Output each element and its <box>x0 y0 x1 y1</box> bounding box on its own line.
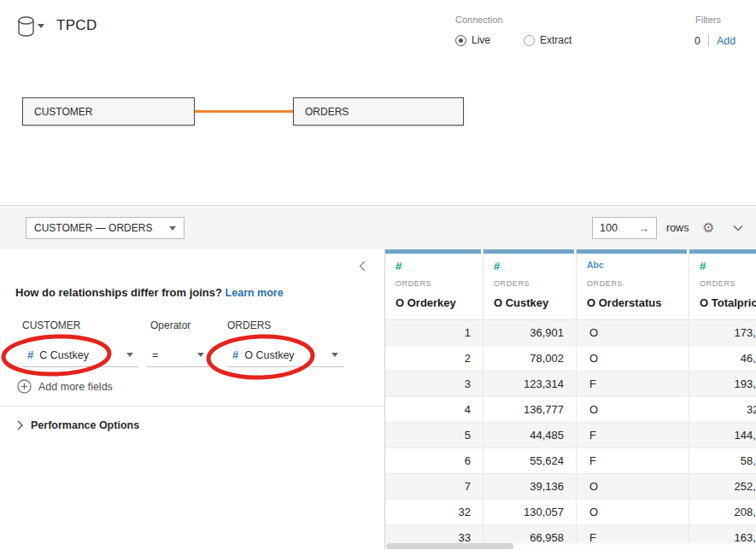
grid-body: 136,901O173,6278,002O46,93123,314F193,84… <box>385 320 756 550</box>
learn-more-link[interactable]: Learn more <box>226 287 284 299</box>
row-count-input[interactable] <box>600 222 634 234</box>
grid-cell: O <box>577 397 689 423</box>
column-field-name: O Totalprice <box>700 296 756 309</box>
performance-options-toggle[interactable]: Performance Options <box>17 419 139 431</box>
customer-table-label: CUSTOMER <box>34 106 92 118</box>
chevron-down-icon <box>126 353 133 357</box>
live-radio-icon[interactable] <box>455 35 466 46</box>
grid-cell: O <box>577 500 689 525</box>
column-header[interactable]: AbcORDERSO Orderstatus <box>577 249 689 320</box>
column-table-name: ORDERS <box>587 279 623 288</box>
add-more-fields-label: Add more fields <box>38 381 113 393</box>
help-question: How do relationships differ from joins? <box>15 286 222 299</box>
table-row: 4136,777O32, <box>385 397 756 423</box>
scrollbar-thumb[interactable] <box>386 543 513 549</box>
operator-dropdown[interactable]: = <box>147 343 209 367</box>
relationship-noodle[interactable] <box>195 110 293 113</box>
orders-table-label: ORDERS <box>305 106 349 118</box>
relationship-help-text: How do relationships differ from joins? … <box>15 286 284 299</box>
grid-cell: 193,8 <box>689 372 756 397</box>
number-type-icon: # <box>232 348 238 361</box>
string-type-icon: Abc <box>587 260 604 270</box>
number-type-icon: # <box>396 260 401 272</box>
filters-divider <box>708 34 709 47</box>
chevron-down-icon <box>169 226 176 231</box>
apply-rows-arrow-icon[interactable]: → <box>638 222 649 235</box>
data-preview-grid: #ORDERSO Orderkey#ORDERSO CustkeyAbcORDE… <box>385 249 756 550</box>
operator-column-label: Operator <box>150 319 190 331</box>
column-accent-bar <box>385 249 481 254</box>
chevron-down-icon <box>331 353 338 357</box>
canvas-table-customer[interactable]: CUSTOMER <box>22 97 195 126</box>
grid-cell: 32 <box>385 500 483 525</box>
column-header[interactable]: #ORDERSO Custkey <box>483 249 577 320</box>
number-type-icon: # <box>700 260 706 272</box>
number-type-icon: # <box>494 260 500 272</box>
grid-cell: F <box>577 448 689 474</box>
grid-cell: 123,314 <box>483 372 577 397</box>
preview-toolbar: CUSTOMER — ORDERS → rows ⚙ <box>0 206 756 249</box>
grid-cell: 36,901 <box>483 320 577 346</box>
grid-header: #ORDERSO Orderkey#ORDERSO CustkeyAbcORDE… <box>385 249 756 320</box>
grid-cell: 173,6 <box>689 320 756 346</box>
column-accent-bar <box>689 249 756 254</box>
column-accent-bar <box>483 249 574 254</box>
grid-cell: 208,6 <box>689 500 756 525</box>
grid-cell: O <box>577 320 689 346</box>
right-table-column-label: ORDERS <box>227 319 271 331</box>
table-row: 32130,057O208,6 <box>385 500 756 525</box>
row-count-box: → <box>592 217 657 239</box>
grid-cell: 2 <box>385 346 483 372</box>
table-row: 739,136O252,0 <box>385 474 756 500</box>
grid-cell: 78,002 <box>483 346 577 372</box>
grid-cell: 3 <box>385 372 483 397</box>
column-field-name: O Custkey <box>494 296 548 309</box>
grid-cell: F <box>577 423 689 448</box>
operator-value: = <box>152 349 158 361</box>
collapse-pane-chevron-icon[interactable] <box>359 260 366 272</box>
grid-cell: 5 <box>385 423 483 448</box>
right-field-dropdown[interactable]: # O Custkey <box>227 343 343 367</box>
filters-controls: 0 Add <box>694 34 735 47</box>
gear-icon[interactable]: ⚙ <box>702 219 714 236</box>
grid-cell: O <box>577 346 689 372</box>
grid-cell: 7 <box>385 474 483 500</box>
canvas-table-orders[interactable]: ORDERS <box>293 97 464 126</box>
table-row: 544,485F144,6 <box>385 423 756 448</box>
grid-cell: 44,485 <box>483 423 577 448</box>
right-field-value: O Custkey <box>244 349 294 361</box>
add-more-fields-button[interactable]: Add more fields <box>17 379 113 394</box>
database-icon[interactable] <box>17 16 35 37</box>
table-row: 136,901O173,6 <box>385 320 756 346</box>
pane-divider <box>0 406 384 407</box>
collapse-preview-chevron-icon[interactable] <box>733 225 743 231</box>
relationship-selector-dropdown[interactable]: CUSTOMER — ORDERS <box>26 217 185 239</box>
horizontal-scrollbar[interactable] <box>385 543 756 550</box>
grid-cell: 144,6 <box>689 423 756 448</box>
grid-cell: O <box>577 474 689 500</box>
performance-options-label: Performance Options <box>31 419 139 431</box>
filters-add-link[interactable]: Add <box>717 35 735 47</box>
database-menu-caret-icon[interactable] <box>38 24 44 28</box>
column-field-name: O Orderstatus <box>587 296 661 309</box>
column-header[interactable]: #ORDERSO Orderkey <box>385 249 483 320</box>
left-field-dropdown[interactable]: # C Custkey <box>22 343 138 367</box>
left-field-value: C Custkey <box>39 349 89 361</box>
grid-cell: 1 <box>385 320 483 346</box>
filters-count: 0 <box>694 35 700 47</box>
connection-label: Connection <box>455 15 503 25</box>
datasource-title[interactable]: TPCD <box>56 17 97 34</box>
column-header[interactable]: #ORDERSO Totalprice <box>689 249 756 320</box>
radio-live[interactable]: Live <box>455 34 490 46</box>
column-field-name: O Orderkey <box>396 296 456 309</box>
filters-label: Filters <box>695 15 721 25</box>
rows-label: rows <box>666 222 689 234</box>
grid-cell: 58,7 <box>689 448 756 474</box>
grid-cell: 39,136 <box>483 474 577 500</box>
table-row: 3123,314F193,8 <box>385 372 756 397</box>
extract-radio-icon[interactable] <box>524 35 535 46</box>
extract-radio-label: Extract <box>540 34 571 46</box>
radio-extract[interactable]: Extract <box>524 34 571 46</box>
grid-cell: 136,777 <box>483 397 577 423</box>
table-row: 278,002O46,9 <box>385 346 756 372</box>
